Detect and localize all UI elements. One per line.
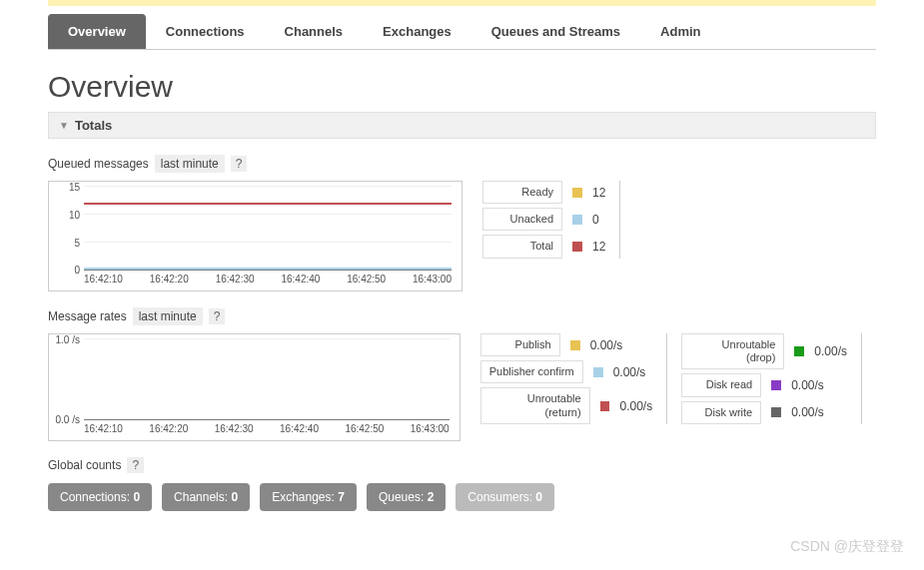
queued-chart: 15 10 5 0 16:42:10 16:42:20 16:42:30 16:… xyxy=(48,181,462,291)
swatch xyxy=(794,346,804,356)
swatch xyxy=(593,367,603,377)
xtick: 16:42:10 xyxy=(84,423,123,434)
rates-title: Message rates xyxy=(48,309,127,323)
legend-unroutable-return[interactable]: Unroutable (return) xyxy=(480,387,590,423)
queued-subtitle: Queued messages last minute ? xyxy=(48,155,876,173)
swatch xyxy=(771,407,781,417)
tab-overview[interactable]: Overview xyxy=(48,14,146,49)
xtick: 16:42:30 xyxy=(215,423,254,434)
xtick: 16:42:30 xyxy=(216,274,255,285)
x-axis: 16:42:10 16:42:20 16:42:30 16:42:40 16:4… xyxy=(84,423,450,434)
ytick: 15 xyxy=(54,182,80,193)
legend-value: 0.00/s xyxy=(814,344,847,358)
queued-help[interactable]: ? xyxy=(231,156,248,172)
legend-unacked[interactable]: Unacked xyxy=(482,208,562,231)
rates-range[interactable]: last minute xyxy=(133,307,203,325)
legend-value: 0.00/s xyxy=(791,378,824,392)
tab-admin[interactable]: Admin xyxy=(640,14,720,49)
legend-value: 0.00/s xyxy=(791,405,824,419)
count-queues[interactable]: Queues: 2 xyxy=(367,483,446,511)
rates-subtitle: Message rates last minute ? xyxy=(48,307,876,325)
xtick: 16:42:40 xyxy=(281,274,320,285)
global-subtitle: Global counts ? xyxy=(48,457,876,473)
xtick: 16:43:00 xyxy=(411,423,450,434)
count-channels[interactable]: Channels: 0 xyxy=(162,483,250,511)
ytick: 0 xyxy=(54,265,80,276)
global-counts: Connections: 0 Channels: 0 Exchanges: 7 … xyxy=(48,483,876,511)
divider xyxy=(861,333,862,424)
xtick: 16:42:50 xyxy=(345,423,384,434)
swatch xyxy=(771,380,781,390)
legend-total-value: 12 xyxy=(592,240,605,254)
xtick: 16:42:50 xyxy=(347,274,386,285)
legend-unroutable-drop[interactable]: Unroutable (drop) xyxy=(681,333,784,369)
count-connections[interactable]: Connections: 0 xyxy=(48,483,152,511)
count-consumers[interactable]: Consumers: 0 xyxy=(456,483,554,511)
main-tabs: Overview Connections Channels Exchanges … xyxy=(48,14,876,50)
line-total xyxy=(84,203,452,205)
tab-connections[interactable]: Connections xyxy=(146,14,265,49)
divider xyxy=(619,181,620,259)
legend-total[interactable]: Total xyxy=(482,235,562,258)
swatch xyxy=(572,215,582,225)
ytick: 0.0 /s xyxy=(54,414,80,425)
count-exchanges[interactable]: Exchanges: 7 xyxy=(260,483,357,511)
section-totals-header[interactable]: ▼ Totals xyxy=(48,112,876,139)
xtick: 16:42:20 xyxy=(149,423,188,434)
legend-confirm[interactable]: Publisher confirm xyxy=(480,360,583,383)
rates-legend-1: Publish 0.00/s Publisher confirm 0.00/s … xyxy=(480,333,653,424)
global-title: Global counts xyxy=(48,458,121,472)
legend-disk-read[interactable]: Disk read xyxy=(681,373,761,396)
legend-disk-write[interactable]: Disk write xyxy=(681,401,761,424)
page-title: Overview xyxy=(48,70,876,104)
legend-value: 0.00/s xyxy=(613,365,646,379)
queued-title: Queued messages xyxy=(48,157,149,171)
queued-legend: Ready 12 Unacked 0 Total 12 xyxy=(482,181,605,259)
notification-banner xyxy=(48,0,876,6)
x-axis: 16:42:10 16:42:20 16:42:30 16:42:40 16:4… xyxy=(84,274,452,285)
swatch xyxy=(600,401,610,411)
legend-publish[interactable]: Publish xyxy=(480,333,560,356)
rates-help[interactable]: ? xyxy=(209,308,226,324)
legend-unacked-value: 0 xyxy=(592,213,599,227)
global-help[interactable]: ? xyxy=(127,457,144,473)
swatch xyxy=(572,242,582,252)
line-unacked xyxy=(84,268,452,270)
rates-chart: 1.0 /s 0.0 /s 16:42:10 16:42:20 16:42:30… xyxy=(48,333,461,441)
swatch xyxy=(570,340,580,350)
legend-value: 0.00/s xyxy=(619,399,652,413)
swatch xyxy=(572,188,582,198)
tab-channels[interactable]: Channels xyxy=(265,14,364,49)
divider xyxy=(666,333,667,424)
xtick: 16:42:20 xyxy=(150,274,189,285)
ytick: 5 xyxy=(54,237,80,248)
xtick: 16:42:40 xyxy=(280,423,319,434)
legend-ready-value: 12 xyxy=(592,186,605,200)
xtick: 16:42:10 xyxy=(84,274,123,285)
rates-legend-2: Unroutable (drop) 0.00/s Disk read 0.00/… xyxy=(681,333,847,424)
legend-ready[interactable]: Ready xyxy=(482,181,562,204)
chevron-down-icon: ▼ xyxy=(59,120,69,131)
tab-exchanges[interactable]: Exchanges xyxy=(363,14,471,49)
legend-value: 0.00/s xyxy=(590,338,623,352)
tab-queues[interactable]: Queues and Streams xyxy=(471,14,640,49)
xtick: 16:43:00 xyxy=(413,274,452,285)
ytick: 10 xyxy=(54,209,80,220)
section-totals-label: Totals xyxy=(75,118,112,133)
ytick: 1.0 /s xyxy=(54,334,80,345)
queued-range[interactable]: last minute xyxy=(155,155,225,173)
